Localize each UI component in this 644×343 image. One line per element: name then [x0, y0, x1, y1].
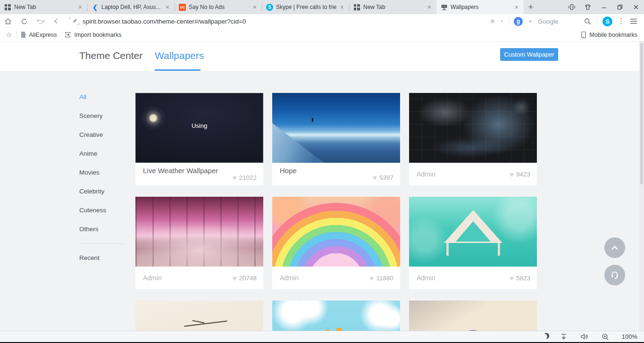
bookmark-this-page-icon[interactable]: ☆: [0, 31, 17, 39]
theme-skin-icon[interactable]: [580, 0, 596, 14]
wallpaper-thumbnail[interactable]: [135, 197, 263, 267]
tab-new-tab-1[interactable]: New Tab ×: [0, 0, 87, 14]
bookmarks-bar: ☆ AliExpress Import bookmarks Mobile boo…: [0, 28, 644, 42]
restore-button[interactable]: [612, 0, 628, 14]
tab-close-icon[interactable]: ×: [427, 4, 432, 10]
more-menu-icon[interactable]: ⋮: [618, 17, 625, 25]
wallpaper-title: Hope: [280, 167, 297, 175]
address-bar[interactable]: spirit.browser.taobao.com/theme-center#/…: [69, 17, 489, 25]
home-button[interactable]: [0, 14, 16, 28]
main-menu-icon[interactable]: [630, 18, 637, 25]
sidebar-item-cuteness[interactable]: Cuteness: [79, 201, 132, 220]
import-bookmarks[interactable]: Import bookmarks: [61, 32, 125, 38]
like-count: 5397: [379, 174, 393, 181]
tab-wallpapers-active[interactable]: Wallpapers ×: [436, 0, 524, 14]
tab-laptop-shopping[interactable]: ❮ Laptop Dell, HP, Asus... ×: [87, 0, 175, 14]
skype-toolbar-icon[interactable]: S: [602, 17, 612, 26]
zoom-in-icon[interactable]: [602, 333, 609, 341]
wallpaper-thumbnail[interactable]: [272, 93, 400, 163]
night-mode-icon[interactable]: [541, 333, 548, 340]
new-tab-button[interactable]: +: [524, 0, 538, 14]
download-manager-icon[interactable]: [560, 333, 568, 341]
heart-icon[interactable]: ♥: [510, 170, 514, 178]
tab-close-icon[interactable]: ×: [339, 4, 345, 10]
heart-icon[interactable]: ♥: [233, 174, 237, 182]
bookmark-star-icon[interactable]: ★: [489, 17, 495, 25]
tab-new-tab-2[interactable]: New Tab ×: [349, 0, 436, 14]
wallpaper-thumbnail[interactable]: Using: [135, 93, 263, 163]
caret-down-icon[interactable]: ▾: [501, 19, 503, 24]
wallpaper-thumbnail[interactable]: [272, 301, 400, 331]
scroll-to-top-button[interactable]: [604, 237, 625, 258]
wallpaper-thumbnail[interactable]: [409, 93, 537, 163]
sidebar-item-creative[interactable]: Creative: [79, 125, 132, 144]
sidebar-item-anime[interactable]: Anime: [79, 144, 132, 163]
wallpaper-title: Live Weather Wallpaper: [143, 167, 218, 175]
tab-say-no-to-ads[interactable]: UC Say No to Ads ×: [175, 0, 262, 14]
wallpaper-card-live-weather[interactable]: Using Live Weather Wallpaper ♥ 21022: [135, 93, 263, 185]
speaker-icon[interactable]: [580, 333, 589, 340]
search-icon[interactable]: [584, 17, 592, 25]
sidebar-item-recent[interactable]: Recent: [79, 249, 132, 268]
headset-icon: [610, 270, 619, 280]
wallpaper-card-triangle[interactable]: Admin ♥ 5823: [409, 197, 537, 289]
wallpaper-title: Admin: [143, 267, 162, 289]
minimize-button[interactable]: [596, 0, 612, 14]
likes: ♥ 9423: [510, 163, 530, 185]
shop-site-icon: ❮: [92, 4, 99, 11]
wallpaper-card-plum[interactable]: [409, 301, 537, 331]
heart-icon[interactable]: ♥: [373, 174, 377, 182]
page-header: Theme Center Wallpapers Custom Wallpaper: [0, 42, 644, 71]
wallpaper-thumbnail[interactable]: [272, 197, 400, 267]
wallpaper-card-rainbow[interactable]: Admin ♥ 11880: [272, 197, 400, 289]
tab-close-icon[interactable]: ×: [165, 4, 170, 10]
page-title: Theme Center: [79, 42, 142, 71]
custom-wallpaper-button[interactable]: Custom Wallpaper: [500, 48, 558, 61]
bookmark-aliexpress[interactable]: AliExpress: [17, 32, 60, 38]
tab-skype[interactable]: S Skype | Free calls to frie... ×: [262, 0, 349, 14]
mobile-bookmarks[interactable]: Mobile bookmarks: [581, 31, 644, 39]
page-scrollbar[interactable]: [639, 42, 644, 331]
sidebar-divider: [79, 243, 124, 244]
refresh-button[interactable]: [16, 14, 32, 28]
wallpaper-thumbnail[interactable]: [409, 197, 537, 267]
url-text[interactable]: spirit.browser.taobao.com/theme-center#/…: [83, 18, 246, 25]
chevron-down-icon[interactable]: [528, 19, 533, 24]
tab-close-icon[interactable]: ×: [514, 4, 519, 10]
heart-icon[interactable]: ♥: [233, 274, 237, 282]
send-to-phone-icon[interactable]: [564, 0, 580, 14]
heart-icon[interactable]: ♥: [510, 274, 514, 282]
wallpaper-card-twig[interactable]: [135, 301, 263, 331]
support-button[interactable]: [604, 265, 625, 285]
tab-close-icon[interactable]: ×: [252, 4, 258, 10]
likes: ♥ 5823: [510, 267, 530, 289]
wallpaper-thumbnail[interactable]: [409, 301, 537, 331]
tab-title: Laptop Dell, HP, Asus...: [101, 4, 162, 10]
import-icon: [65, 32, 72, 38]
sidebar-item-all[interactable]: All: [79, 88, 132, 107]
navbar-right-cluster: ★ ▾ g Google S ⋮: [489, 17, 644, 26]
heart-icon[interactable]: ♥: [370, 274, 374, 282]
tab-wallpapers-nav[interactable]: Wallpapers: [155, 42, 204, 71]
search-input[interactable]: Google: [538, 18, 578, 25]
undo-button[interactable]: ▾: [32, 14, 48, 28]
sidebar-item-movies[interactable]: Movies: [79, 163, 132, 182]
sidebar-item-others[interactable]: Others: [79, 220, 132, 239]
tab-close-icon[interactable]: ×: [77, 4, 83, 10]
wallpaper-card-blossom[interactable]: Admin ♥ 20748: [135, 197, 263, 289]
wallpaper-icon: [441, 4, 448, 11]
wallpaper-card-cartoon-sun[interactable]: [272, 301, 400, 331]
tab-title: Skype | Free calls to frie...: [276, 4, 336, 10]
card-caption: Hope ♥ 5397: [272, 163, 400, 185]
wallpaper-thumbnail[interactable]: [135, 301, 263, 331]
google-search-engine-icon[interactable]: g: [514, 17, 523, 26]
scrollbar-thumb[interactable]: [640, 43, 643, 184]
sidebar-item-scenery[interactable]: Scenery: [79, 107, 132, 125]
back-button[interactable]: [48, 14, 64, 28]
wallpaper-title: Admin: [417, 267, 435, 289]
sidebar-item-celebrity[interactable]: Celebrity: [79, 182, 132, 201]
close-window-button[interactable]: [628, 0, 644, 14]
wallpaper-card-cubes[interactable]: Admin ♥ 9423: [409, 93, 537, 185]
caret-down-icon: ▾: [43, 19, 45, 24]
wallpaper-card-hope[interactable]: Hope ♥ 5397: [272, 93, 400, 185]
